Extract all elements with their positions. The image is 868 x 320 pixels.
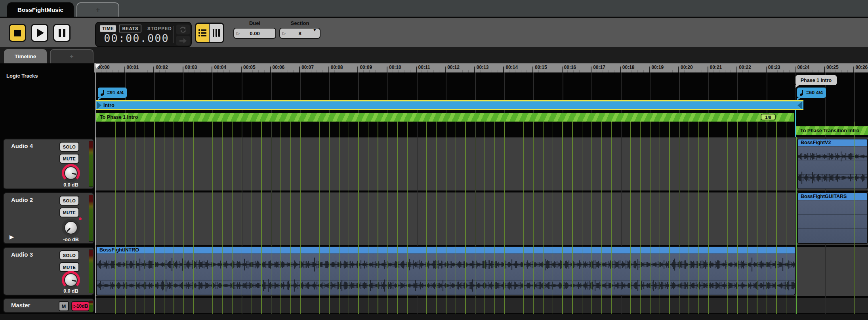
- ruler-minor-tick: [818, 70, 818, 72]
- ruler-minor-tick: [573, 70, 574, 72]
- solo-button[interactable]: SOLO: [59, 250, 79, 260]
- new-document-tab-button[interactable]: +: [76, 2, 119, 17]
- master-boost-button[interactable]: ▷10dB: [71, 301, 90, 311]
- mute-button[interactable]: MUTE: [59, 208, 79, 217]
- track-header-audio2[interactable]: Audio 2 SOLO MUTE -oo dB ▶: [3, 192, 94, 244]
- duel-value-field[interactable]: ▷ 0.00: [233, 28, 276, 39]
- volume-knob[interactable]: [62, 219, 80, 237]
- ruler-minor-tick: [276, 70, 276, 72]
- ruler-label: 00:07: [301, 65, 314, 70]
- volume-knob[interactable]: [62, 164, 80, 182]
- section-marker-phase1-intro[interactable]: Phase 1 Intro: [796, 75, 837, 85]
- ruler-minor-tick: [346, 70, 346, 72]
- audio-clip-bossfightv2[interactable]: BossFightV2: [797, 139, 868, 189]
- grid-beat-line: [271, 122, 272, 314]
- ruler-minor-tick: [107, 70, 107, 72]
- time-mode-toggle[interactable]: TIME: [100, 25, 116, 32]
- bottom-strip: [0, 314, 868, 320]
- ruler-minor-tick: [136, 70, 136, 72]
- logic-region-intro[interactable]: Intro: [96, 100, 803, 110]
- document-tab[interactable]: BossFightMusic: [7, 2, 74, 17]
- track-header-audio3[interactable]: Audio 3 SOLO MUTE 0.0 dB: [3, 247, 94, 295]
- audio-clip-bossfightguitars[interactable]: BossFightGUITARS: [797, 192, 868, 244]
- window-tab-strip: BossFightMusic +: [0, 0, 868, 17]
- tempo-marker-91[interactable]: =91 4/4: [98, 88, 127, 98]
- master-mute-button[interactable]: M: [59, 301, 69, 311]
- ruler-label: 00:06: [273, 65, 285, 70]
- playhead-flag[interactable]: [95, 63, 101, 70]
- ruler-minor-tick: [480, 70, 481, 72]
- add-tab-button[interactable]: +: [50, 49, 93, 63]
- knob-cap: [64, 166, 78, 180]
- ruler-minor-tick: [142, 70, 142, 72]
- ruler-minor-tick: [340, 70, 340, 72]
- grid-beat-line: [494, 122, 495, 314]
- mute-button[interactable]: MUTE: [59, 154, 79, 164]
- time-readout: 00:00.000: [100, 32, 173, 44]
- timeline-ruler[interactable]: 00:0000:0100:0200:0300:0400:0500:0600:07…: [94, 63, 868, 72]
- ruler-minor-tick: [375, 70, 376, 72]
- play-button[interactable]: [31, 24, 48, 42]
- expand-arrow-icon[interactable]: ▶: [10, 234, 14, 240]
- track-header-master[interactable]: Master M ▷10dB: [3, 298, 94, 313]
- solo-button[interactable]: SOLO: [59, 196, 79, 206]
- column-view-button[interactable]: [210, 24, 223, 42]
- ruler-major-tick: [416, 67, 417, 72]
- follow-playhead-button[interactable]: [176, 36, 190, 46]
- grid-beat-line: [436, 122, 437, 314]
- ruler-label: 00:18: [622, 65, 635, 70]
- beats-mode-toggle[interactable]: BEATS: [119, 25, 141, 32]
- volume-readout: 0.0 dB: [54, 288, 88, 294]
- ruler-major-tick: [532, 67, 533, 72]
- ruler-label: 00:24: [797, 65, 809, 70]
- grid-beat-line: [514, 122, 515, 314]
- ruler-minor-tick: [206, 70, 206, 72]
- track-lane-master[interactable]: [95, 298, 868, 313]
- level-meter: [89, 141, 93, 187]
- ruler-minor-tick: [410, 70, 410, 72]
- volume-knob[interactable]: [62, 271, 80, 289]
- grid-beat-line: [572, 122, 573, 314]
- ruler-minor-tick: [311, 70, 311, 72]
- timeline-content[interactable]: BossFightV2 BossFightGUITARS BossFightIN…: [95, 72, 868, 314]
- grid-beat-line: [319, 122, 320, 314]
- track-lane-audio4[interactable]: [95, 137, 868, 190]
- ruler-minor-tick: [597, 70, 597, 72]
- ruler-minor-tick: [427, 70, 428, 72]
- grid-beat-line: [475, 122, 476, 314]
- pause-button[interactable]: [53, 24, 71, 42]
- track-lane-audio2[interactable]: [95, 192, 868, 245]
- transition-to-phase1-intro[interactable]: To Phase 1 Intro 1/8: [96, 113, 794, 122]
- ruler-major-tick: [357, 67, 358, 72]
- ruler-minor-tick: [334, 70, 335, 72]
- section-value-field[interactable]: ▷ 8 ▾: [279, 28, 320, 39]
- ruler-label: 00:21: [710, 65, 722, 70]
- ruler-major-tick: [824, 67, 825, 72]
- pause-icon: [59, 29, 65, 37]
- loop-button[interactable]: [176, 25, 190, 34]
- ruler-minor-tick: [282, 70, 282, 72]
- transition-to-phase-transition-intro[interactable]: To Phase Transition Intro: [796, 126, 868, 135]
- grid-beat-line: [630, 122, 631, 314]
- ruler-minor-tick: [556, 70, 556, 72]
- grid-beat-line: [543, 122, 544, 314]
- grid-beat-line: [329, 122, 330, 314]
- grid-beat-line: [718, 122, 719, 314]
- grid-beat-line: [397, 122, 398, 314]
- ruler-minor-tick: [258, 70, 259, 72]
- ruler-minor-tick: [748, 70, 749, 72]
- tab-timeline[interactable]: Timeline: [4, 49, 47, 63]
- ruler-minor-tick: [229, 70, 230, 72]
- list-view-button[interactable]: [196, 24, 210, 42]
- ruler-minor-tick: [521, 70, 521, 72]
- solo-button[interactable]: SOLO: [59, 142, 79, 152]
- dropdown-arrow-icon: ▾: [313, 28, 316, 32]
- track-header-audio4[interactable]: Audio 4 SOLO MUTE 0.0 dB: [3, 139, 94, 189]
- ruler-minor-tick: [655, 70, 655, 72]
- level-meter: [89, 195, 93, 242]
- ruler-minor-tick: [690, 70, 690, 72]
- ruler-major-tick: [736, 67, 737, 72]
- stop-button[interactable]: [9, 24, 26, 42]
- ruler-minor-tick: [498, 70, 498, 72]
- tempo-marker-60[interactable]: =60 4/4: [797, 88, 826, 98]
